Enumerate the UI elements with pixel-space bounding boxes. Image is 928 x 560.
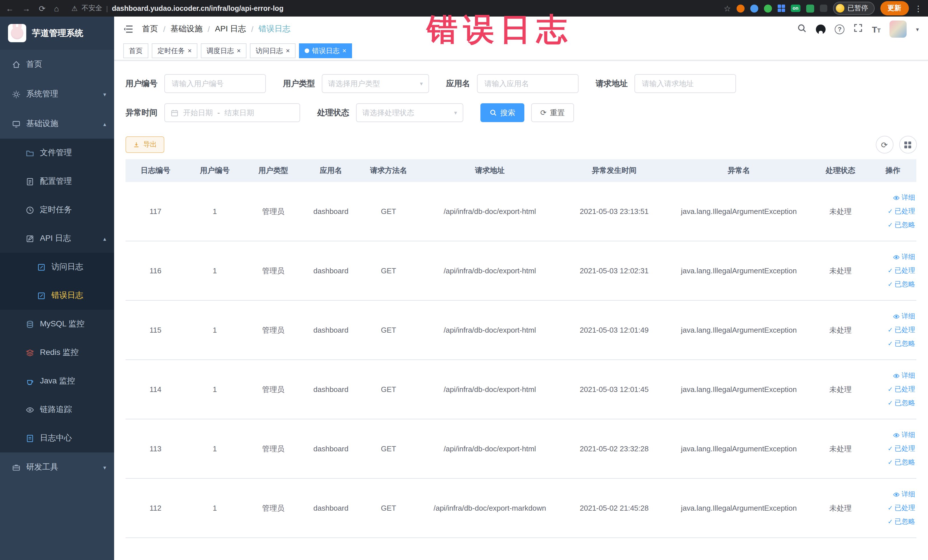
address-separator: | — [106, 4, 108, 12]
detail-link[interactable]: 详细 — [893, 193, 915, 203]
refresh-circle-button[interactable]: ⟳ — [876, 136, 893, 154]
sidebar-item-file-management[interactable]: 文件管理 — [0, 139, 114, 167]
breadcrumb-api-log[interactable]: API 日志 — [215, 24, 246, 34]
processed-link[interactable]: ✓已处理 — [888, 266, 915, 276]
close-icon[interactable]: × — [188, 47, 192, 54]
check-icon: ✓ — [888, 208, 893, 215]
columns-toggle-button[interactable] — [899, 136, 917, 154]
sidebar-item-java-monitor[interactable]: Java 监控 — [0, 367, 114, 395]
breadcrumb-home[interactable]: 首页 — [142, 24, 158, 34]
extension-on-badge[interactable]: on — [791, 5, 800, 12]
folder-icon — [25, 149, 34, 157]
search-button[interactable]: 搜索 — [481, 103, 524, 122]
reload-icon[interactable]: ⟳ — [39, 4, 45, 12]
tab-dispatch-log[interactable]: 调度日志 × — [201, 43, 246, 58]
redis-icon — [25, 348, 34, 357]
sidebar-item-log-center[interactable]: 日志中心 — [0, 424, 114, 452]
ignored-link[interactable]: ✓已忽略 — [888, 517, 915, 526]
export-button[interactable]: 导出 — [125, 136, 164, 153]
back-icon[interactable]: ← — [6, 4, 14, 12]
address-bar[interactable]: ⚠ 不安全 | dashboard.yudao.iocoder.cn/infra… — [71, 3, 283, 13]
user-type-select[interactable]: 请选择用户类型 ▾ — [322, 74, 429, 93]
process-status-select[interactable]: 请选择处理状态 ▾ — [356, 103, 463, 122]
browser-menu-icon[interactable]: ⋮ — [914, 4, 922, 13]
detail-link[interactable]: 详细 — [893, 252, 915, 262]
ignored-link[interactable]: ✓已忽略 — [888, 339, 915, 349]
sidebar-fold-icon[interactable] — [123, 24, 133, 34]
cell-actions: 详细 ✓已处理 ✓已忽略 — [870, 430, 916, 467]
breadcrumb-infra[interactable]: 基础设施 — [171, 24, 203, 34]
check-icon: ✓ — [888, 267, 893, 275]
close-icon[interactable]: × — [237, 47, 241, 54]
column-header: 用户类型 — [244, 165, 302, 176]
processed-link[interactable]: ✓已处理 — [888, 325, 915, 335]
processed-link[interactable]: ✓已处理 — [888, 503, 915, 513]
ignored-link[interactable]: ✓已忽略 — [888, 398, 915, 408]
close-icon[interactable]: × — [342, 47, 346, 54]
extensions-puzzle-icon[interactable] — [820, 5, 827, 12]
ignored-link[interactable]: ✓已忽略 — [888, 279, 915, 289]
tags-view: 首页 定时任务 × 调度日志 × 访问日志 × 错误日志 × — [114, 42, 928, 61]
close-icon[interactable]: × — [286, 47, 290, 54]
processed-link[interactable]: ✓已处理 — [888, 444, 915, 453]
sidebar-item-error-log[interactable]: 错误日志 — [0, 281, 114, 310]
ignored-link[interactable]: ✓已忽略 — [888, 220, 915, 230]
detail-link[interactable]: 详细 — [893, 371, 915, 381]
detail-link[interactable]: 详细 — [893, 490, 915, 499]
processed-link[interactable]: ✓已处理 — [888, 385, 915, 394]
cell-url: /api/infra/db-doc/export-html — [418, 207, 562, 216]
tab-scheduled-jobs[interactable]: 定时任务 × — [152, 43, 197, 58]
page-content: 用户编号 用户类型 请选择用户类型 ▾ 应用名 — [114, 61, 928, 560]
forward-icon[interactable]: → — [22, 4, 30, 12]
user-avatar[interactable] — [890, 21, 907, 38]
browser-update-button[interactable]: 更新 — [880, 1, 908, 15]
ignored-link[interactable]: ✓已忽略 — [888, 458, 915, 467]
font-size-icon[interactable]: TT — [872, 24, 881, 34]
date-range-picker[interactable]: 开始日期 - 结束日期 — [164, 103, 300, 122]
fullscreen-icon[interactable] — [853, 23, 863, 35]
sidebar-item-scheduled-jobs[interactable]: 定时任务 — [0, 196, 114, 224]
extension-icon-blue[interactable] — [750, 4, 758, 12]
sidebar-item-config-management[interactable]: 配置管理 — [0, 167, 114, 196]
extension-icon-green[interactable] — [764, 4, 772, 12]
column-header: 异常发生时间 — [562, 165, 666, 176]
breadcrumb-separator: / — [163, 24, 165, 34]
github-icon[interactable] — [816, 24, 826, 34]
sidebar-item-infra[interactable]: 基础设施 ▴ — [0, 109, 114, 139]
tab-home[interactable]: 首页 — [123, 43, 148, 58]
range-separator: - — [217, 108, 220, 117]
user-id-input[interactable] — [164, 74, 266, 93]
sidebar-item-access-log[interactable]: 访问日志 — [0, 253, 114, 281]
sidebar-item-api-log[interactable]: API 日志 ▴ — [0, 224, 114, 253]
sidebar-item-mysql-monitor[interactable]: MySQL 监控 — [0, 310, 114, 338]
tab-error-log[interactable]: 错误日志 × — [299, 43, 352, 58]
app-name-input[interactable] — [477, 74, 578, 93]
sidebar-item-system[interactable]: 系统管理 ▾ — [0, 79, 114, 109]
processed-link[interactable]: ✓已处理 — [888, 206, 915, 216]
sidebar-item-label: Java 监控 — [40, 376, 75, 386]
column-header: 操作 — [870, 165, 916, 176]
detail-link[interactable]: 详细 — [893, 430, 915, 440]
tab-access-log[interactable]: 访问日志 × — [250, 43, 296, 58]
sidebar-item-link-tracing[interactable]: 链路追踪 — [0, 395, 114, 424]
extension-icon-leaf[interactable] — [806, 4, 814, 12]
detail-link[interactable]: 详细 — [893, 311, 915, 321]
search-icon[interactable] — [797, 23, 807, 35]
sidebar-item-home[interactable]: 首页 — [0, 50, 114, 79]
paused-badge[interactable]: 已暂停 — [833, 2, 875, 15]
home-icon[interactable]: ⌂ — [54, 4, 59, 12]
request-url-input[interactable] — [635, 74, 736, 93]
avatar-caret-icon[interactable]: ▾ — [916, 26, 919, 32]
reset-button[interactable]: ⟳ 重置 — [531, 103, 574, 122]
bookmark-star-icon[interactable]: ☆ — [724, 4, 731, 13]
sidebar-item-dev-tools[interactable]: 研发工具 ▾ — [0, 452, 114, 482]
extension-icon-grid[interactable] — [778, 5, 785, 12]
sidebar-item-redis-monitor[interactable]: Redis 监控 — [0, 338, 114, 367]
column-header: 请求方法名 — [359, 165, 418, 176]
extension-icon-orange[interactable] — [737, 4, 745, 12]
column-header: 处理状态 — [811, 165, 870, 176]
help-icon[interactable]: ? — [835, 24, 844, 34]
app-logo[interactable]: 芋道管理系统 — [0, 17, 114, 50]
cell-user-type: 管理员 — [244, 206, 302, 217]
chevron-down-icon: ▾ — [420, 81, 423, 87]
